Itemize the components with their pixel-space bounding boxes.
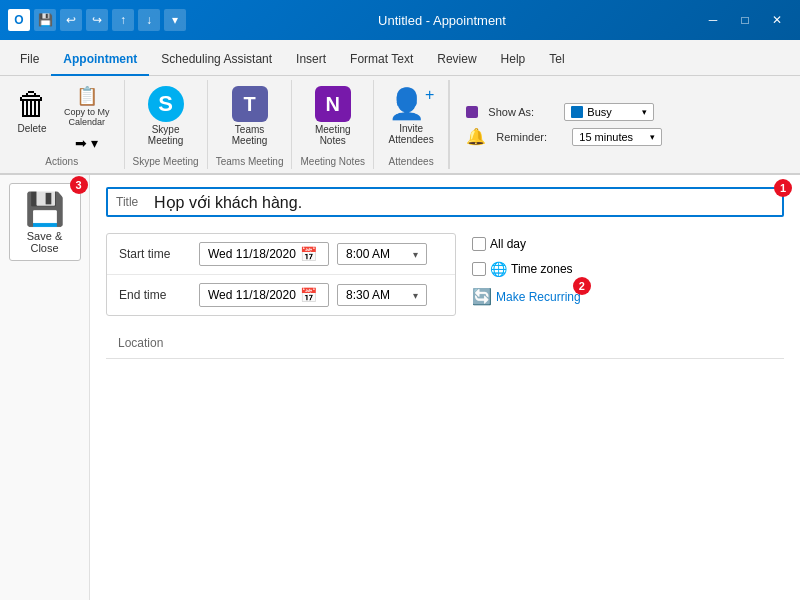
tab-tel[interactable]: Tel (537, 46, 576, 76)
qat-dropdown[interactable]: ▾ (164, 9, 186, 31)
location-input[interactable] (175, 336, 772, 350)
invite-attendees-button[interactable]: 👤+ InviteAttendees (382, 82, 440, 154)
all-day-label: All day (490, 237, 526, 251)
tab-help[interactable]: Help (489, 46, 538, 76)
title-bar-tools: O 💾 ↩ ↪ ↑ ↓ ▾ (8, 9, 186, 31)
time-zones-row: 🌐 Time zones (472, 261, 581, 277)
time-area: Start time Wed 11/18/2020 📅 8:00 AM ▾ En… (106, 233, 456, 316)
start-date-value: Wed 11/18/2020 (208, 247, 296, 261)
title-field-label: Title (116, 195, 146, 209)
delete-button[interactable]: 🗑 Delete (8, 82, 56, 154)
end-time-label: End time (119, 288, 199, 302)
ribbon: 🗑 Delete 📋 Copy to My Calendar ➡ ▾ Actio… (0, 76, 800, 175)
title-input[interactable] (154, 193, 774, 211)
busy-dot (571, 106, 583, 118)
end-time-chevron: ▾ (413, 290, 418, 301)
start-time-row: Start time Wed 11/18/2020 📅 8:00 AM ▾ (107, 234, 455, 275)
show-as-label: Show As: (488, 106, 558, 118)
save-close-label: Save &Close (27, 230, 62, 254)
reminder-label: Reminder: (496, 131, 566, 143)
skype-label: SkypeMeeting (148, 124, 184, 146)
app-icon: O (8, 9, 30, 31)
ribbon-tabs: File Appointment Scheduling Assistant In… (0, 40, 800, 76)
ribbon-group-attendees: 👤+ InviteAttendees Attendees (374, 80, 449, 169)
end-date-picker[interactable]: Wed 11/18/2020 📅 (199, 283, 329, 307)
attendees-icon: 👤+ (388, 86, 434, 121)
end-date-value: Wed 11/18/2020 (208, 288, 296, 302)
reminder-dropdown[interactable]: 15 minutes ▾ (572, 128, 662, 146)
up-button[interactable]: ↑ (112, 9, 134, 31)
copy-calendar-icon: 📋 (76, 85, 98, 107)
forward-button[interactable]: ➡ ▾ (58, 132, 116, 154)
notes-items: N MeetingNotes (309, 82, 357, 154)
down-button[interactable]: ↓ (138, 9, 160, 31)
tab-insert[interactable]: Insert (284, 46, 338, 76)
minimize-button[interactable]: ─ (698, 8, 728, 32)
title-row: 1 Title (106, 187, 784, 217)
teams-label: TeamsMeeting (232, 124, 268, 146)
copy-to-calendar-button[interactable]: 📋 Copy to My Calendar (58, 82, 116, 130)
start-time-picker[interactable]: 8:00 AM ▾ (337, 243, 427, 265)
make-recurring-label: Make Recurring (496, 290, 581, 304)
skype-meeting-button[interactable]: S SkypeMeeting (142, 82, 190, 154)
save-panel: 3 💾 Save &Close (0, 175, 90, 600)
end-time-row: End time Wed 11/18/2020 📅 8:30 AM ▾ (107, 275, 455, 315)
start-time-chevron: ▾ (413, 249, 418, 260)
undo-button[interactable]: ↩ (60, 9, 82, 31)
attendees-label: InviteAttendees (389, 123, 434, 145)
end-time-value: 8:30 AM (346, 288, 390, 302)
reminder-row: 🔔 Reminder: 15 minutes ▾ (466, 127, 784, 146)
end-time-picker[interactable]: 8:30 AM ▾ (337, 284, 427, 306)
close-button[interactable]: ✕ (762, 8, 792, 32)
ribbon-group-actions: 🗑 Delete 📋 Copy to My Calendar ➡ ▾ Actio… (0, 80, 125, 169)
time-and-options: Start time Wed 11/18/2020 📅 8:00 AM ▾ En… (106, 233, 784, 328)
onenote-icon: N (315, 86, 351, 122)
window-controls: ─ □ ✕ (698, 8, 792, 32)
attendees-items: 👤+ InviteAttendees (382, 82, 440, 154)
badge-1: 1 (774, 179, 792, 197)
globe-icon: 🌐 (490, 261, 507, 277)
window-title: Untitled - Appointment (186, 13, 698, 28)
make-recurring-button[interactable]: 2 🔄 Make Recurring (472, 287, 581, 306)
badge-3: 3 (70, 176, 88, 194)
time-zones-label: Time zones (511, 262, 573, 276)
skype-icon: S (148, 86, 184, 122)
tab-appointment[interactable]: Appointment (51, 46, 149, 76)
tab-format-text[interactable]: Format Text (338, 46, 425, 76)
teams-items: T TeamsMeeting (226, 82, 274, 154)
delete-label: Delete (18, 123, 47, 134)
ribbon-group-options: Show As: Busy ▾ 🔔 Reminder: 15 minutes ▾ (449, 80, 800, 169)
badge-2: 2 (573, 277, 591, 295)
actions-items: 🗑 Delete 📋 Copy to My Calendar ➡ ▾ (8, 82, 116, 154)
save-button-titlebar[interactable]: 💾 (34, 9, 56, 31)
show-as-dropdown[interactable]: Busy ▾ (564, 103, 654, 121)
ribbon-group-meeting-notes: N MeetingNotes Meeting Notes (292, 80, 373, 169)
delete-icon: 🗑 (16, 86, 48, 123)
tab-file[interactable]: File (8, 46, 51, 76)
show-as-chevron: ▾ (642, 107, 647, 117)
all-day-row: All day (472, 237, 581, 251)
reminder-chevron: ▾ (650, 132, 655, 142)
all-day-checkbox[interactable] (472, 237, 486, 251)
form-area: 1 Title Start time Wed 11/18/2020 📅 8:00… (90, 175, 800, 600)
location-label: Location (118, 336, 163, 350)
teams-meeting-button[interactable]: T TeamsMeeting (226, 82, 274, 154)
tab-scheduling[interactable]: Scheduling Assistant (149, 46, 284, 76)
save-close-button[interactable]: 3 💾 Save &Close (9, 183, 81, 261)
notes-label: MeetingNotes (315, 124, 351, 146)
maximize-button[interactable]: □ (730, 8, 760, 32)
end-calendar-icon: 📅 (300, 287, 317, 303)
start-date-picker[interactable]: Wed 11/18/2020 📅 (199, 242, 329, 266)
show-as-value: Busy (587, 106, 611, 118)
start-time-value: 8:00 AM (346, 247, 390, 261)
recur-icon: 🔄 (472, 287, 492, 306)
redo-button[interactable]: ↪ (86, 9, 108, 31)
time-zones-checkbox[interactable] (472, 262, 486, 276)
tab-review[interactable]: Review (425, 46, 488, 76)
ribbon-group-skype: S SkypeMeeting Skype Meeting (125, 80, 208, 169)
location-row: Location (106, 328, 784, 359)
meeting-notes-button[interactable]: N MeetingNotes (309, 82, 357, 154)
title-bar: O 💾 ↩ ↪ ↑ ↓ ▾ Untitled - Appointment ─ □… (0, 0, 800, 40)
ribbon-group-teams: T TeamsMeeting Teams Meeting (208, 80, 293, 169)
notes-group-label: Meeting Notes (300, 154, 364, 167)
